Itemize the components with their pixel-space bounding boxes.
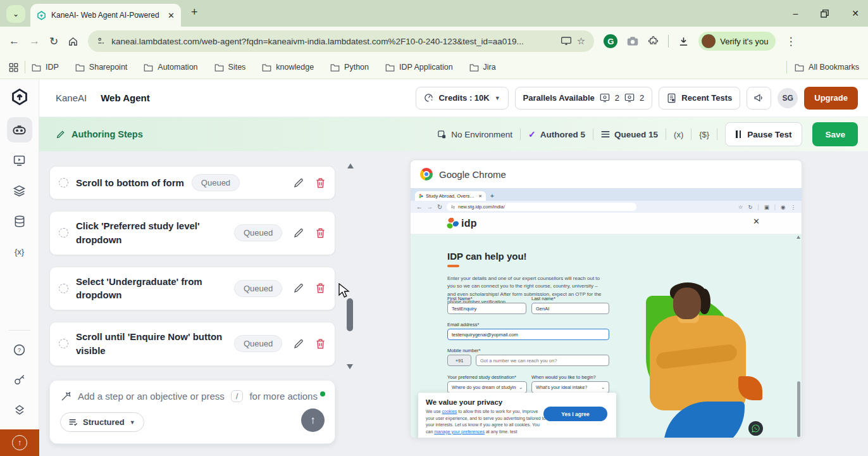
remote-new-tab-button[interactable]: + <box>490 193 494 200</box>
remote-menu-icon[interactable]: ⋮ <box>791 204 797 210</box>
step-card-3[interactable]: Select 'Undergraduate' from dropdown Que… <box>49 267 335 311</box>
mobile-input[interactable] <box>476 355 609 366</box>
bookmark-star-icon[interactable]: ☆ <box>577 35 585 47</box>
send-step-button[interactable]: ↑ <box>301 408 325 432</box>
bookmark-folder-sites[interactable]: Sites <box>214 63 246 72</box>
scroll-down-arrow[interactable] <box>347 364 353 369</box>
bookmark-folder-automation[interactable]: Automation <box>144 63 197 72</box>
steps-scrollbar[interactable] <box>346 163 354 369</box>
sidebar-item-sessions[interactable] <box>7 148 32 173</box>
window-minimize-button[interactable]: – <box>793 8 798 18</box>
pending-status-icon <box>59 339 68 348</box>
last-name-input[interactable] <box>531 303 609 314</box>
remote-address-bar[interactable]: new.stg.idp.com/india/ <box>447 203 636 211</box>
browser-tab[interactable]: KaneAI- Web Agent AI-Powered ✕ <box>30 4 181 27</box>
remote-reload-icon[interactable]: ↻ <box>437 203 442 210</box>
remote-star-icon[interactable]: ☆ <box>738 204 743 210</box>
cookies-link[interactable]: cookies <box>442 409 457 414</box>
home-icon[interactable] <box>68 36 78 47</box>
sidebar-item-test-data[interactable] <box>7 208 32 234</box>
remote-tab-close-icon[interactable]: ✕ <box>478 194 482 199</box>
sidebar-upgrade-button[interactable]: ↑ <box>0 429 39 456</box>
app-header: KaneAI Web Agent Credits : 10K ▼ Paralle… <box>39 79 868 117</box>
bookmark-folder-jira[interactable]: Jira <box>469 63 496 72</box>
edit-step-icon[interactable] <box>293 282 304 294</box>
forward-icon[interactable]: → <box>29 35 40 48</box>
downloads-icon[interactable] <box>678 36 689 47</box>
remote-tab[interactable]: Study Abroad, Overseas | ✕ <box>415 191 486 201</box>
edit-step-icon[interactable] <box>293 227 304 239</box>
sidebar-item-web-agent[interactable] <box>7 117 32 142</box>
all-bookmarks-button[interactable]: All Bookmarks <box>795 63 859 72</box>
variables-dollar-button[interactable]: {$} <box>699 130 709 139</box>
back-icon[interactable]: ← <box>9 35 20 48</box>
bookmark-folder-knowledge[interactable]: knowledge <box>262 63 314 72</box>
remote-profile-icon[interactable]: ◉ <box>781 204 785 210</box>
step-card-4[interactable]: Scroll until 'Enquire Now' button visibl… <box>49 322 335 366</box>
tab-close-icon[interactable]: ✕ <box>168 11 175 20</box>
grammarly-extension-icon[interactable]: G <box>604 34 617 48</box>
profile-verify-button[interactable]: Verify it's you <box>698 32 776 51</box>
edit-step-icon[interactable] <box>293 177 304 189</box>
bookmark-folder-python[interactable]: Python <box>330 63 369 72</box>
delete-step-icon[interactable] <box>315 338 326 350</box>
destination-label: Your preferred study destination* <box>447 374 516 380</box>
save-button[interactable]: Save <box>812 122 858 146</box>
upgrade-button[interactable]: Upgrade <box>804 87 858 110</box>
camera-extension-icon[interactable] <box>627 36 638 46</box>
mode-dropdown[interactable]: Structured ▼ <box>60 412 144 432</box>
announcements-button[interactable] <box>747 87 771 110</box>
environment-selector[interactable]: No Environment <box>437 130 512 139</box>
delete-step-icon[interactable] <box>315 227 326 239</box>
modal-close-icon[interactable]: ✕ <box>753 217 760 226</box>
new-tab-button[interactable]: + <box>191 6 198 19</box>
remote-scroll-thumb[interactable] <box>797 381 800 437</box>
sidebar-item-keys[interactable] <box>7 367 32 393</box>
whatsapp-button[interactable] <box>748 421 763 436</box>
scrollbar-thumb[interactable] <box>347 298 353 331</box>
recent-tests-button[interactable]: Recent Tests <box>659 87 740 110</box>
remote-forward-icon[interactable]: → <box>427 203 433 210</box>
address-bar[interactable]: kaneai.lambdatest.com/web-agent?fqdn=kan… <box>88 30 594 52</box>
apps-grid-icon[interactable] <box>9 63 18 72</box>
intake-select[interactable]: What's your ideal intake?⌄ <box>531 381 609 393</box>
site-info-icon[interactable] <box>97 37 106 46</box>
bookmark-folder-sharepoint[interactable]: Sharepoint <box>75 63 127 72</box>
browser-menu-icon[interactable]: ⋮ <box>785 35 796 48</box>
delete-step-icon[interactable] <box>315 282 326 294</box>
manage-preferences-link[interactable]: manage your preferences <box>434 429 485 434</box>
user-avatar[interactable]: SG <box>778 88 798 108</box>
window-close-button[interactable]: ✕ <box>852 8 859 18</box>
pause-test-button[interactable]: Pause Test <box>725 122 802 146</box>
tab-search-button[interactable]: ⌄ <box>6 5 25 23</box>
step-card-1[interactable]: Scroll to bottom of form Queued <box>49 166 335 200</box>
scroll-up-arrow[interactable] <box>347 163 354 168</box>
step-card-2[interactable]: Click 'Preferred study level' dropdown Q… <box>49 211 335 255</box>
country-code-box[interactable]: +91 <box>447 355 471 366</box>
reload-icon[interactable]: ↻ <box>49 35 58 48</box>
window-restore-button[interactable] <box>821 10 829 18</box>
remote-sync-icon[interactable]: ↻ <box>748 204 752 210</box>
step-composer[interactable]: Add a step or an objective or press / fo… <box>49 380 335 444</box>
first-name-input[interactable] <box>447 303 526 314</box>
sidebar-item-integrations[interactable] <box>7 398 32 423</box>
credits-dropdown[interactable]: Credits : 10K ▼ <box>416 87 508 110</box>
sidebar-item-builds[interactable] <box>7 178 32 203</box>
variables-x-button[interactable]: (x) <box>674 130 683 139</box>
bookmark-folder-idp-application[interactable]: IDP Application <box>385 63 453 72</box>
edit-step-icon[interactable] <box>293 338 304 350</box>
pending-status-icon <box>59 178 68 187</box>
destination-select[interactable]: Where do you dream of studying?⌄ <box>447 381 527 393</box>
sidebar-item-variables[interactable]: {x} <box>7 239 32 264</box>
remote-back-icon[interactable]: ← <box>416 203 423 210</box>
bookmark-folder-idp[interactable]: IDP <box>32 63 59 72</box>
cast-icon[interactable] <box>561 37 571 46</box>
sidebar-item-help[interactable]: ? <box>7 337 32 362</box>
cookie-agree-button[interactable]: Yes I agree <box>543 407 607 421</box>
email-input[interactable] <box>447 329 609 340</box>
remote-page-scrollbar[interactable] <box>796 234 800 438</box>
delete-step-icon[interactable] <box>315 177 326 189</box>
remote-sidepanel-icon[interactable]: ▣ <box>764 204 769 210</box>
remote-scroll-up[interactable] <box>797 236 800 239</box>
extensions-icon[interactable] <box>648 36 659 47</box>
